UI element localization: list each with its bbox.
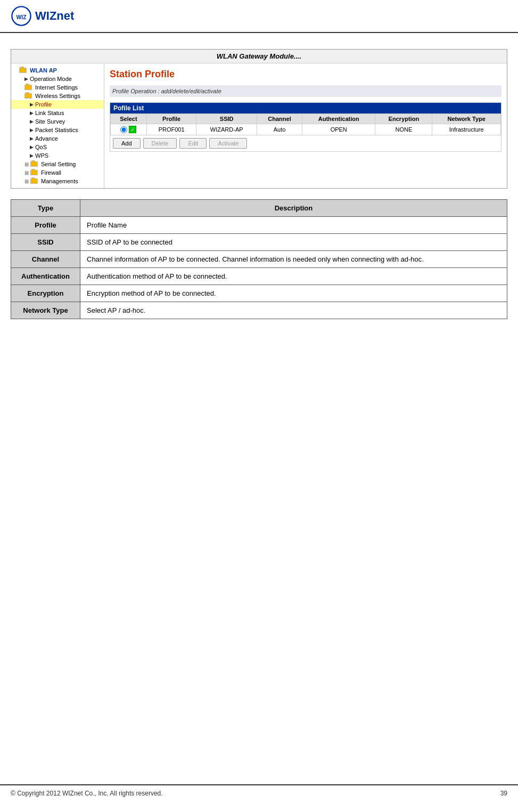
site-survey-arrow-icon: ▶ <box>30 119 34 124</box>
footer: © Copyright 2012 WIZnet Co., Inc. All ri… <box>0 784 518 801</box>
desc-header-description: Description <box>80 200 507 217</box>
browser-title: WLAN Gateway Module.... <box>217 52 302 60</box>
sidebar-item-operation-mode[interactable]: ▶ Operation Mode <box>11 75 104 83</box>
desc-description-cell: Channel information of AP to be connecte… <box>80 251 507 268</box>
wlan-ap-label: WLAN AP <box>30 67 57 74</box>
desc-description-cell: Encryption method of AP to be connected. <box>80 285 507 302</box>
add-button[interactable]: Add <box>113 138 141 149</box>
sidebar-item-serial-setting[interactable]: ⊞ Serial Setting <box>11 160 104 168</box>
col-profile: Profile <box>146 114 196 124</box>
description-table: Type Description ProfileProfile NameSSID… <box>11 199 507 319</box>
desc-type-cell: Authentication <box>11 268 80 285</box>
managements-folder-icon <box>30 178 38 184</box>
wiznet-logo-icon: WIZ <box>11 5 32 27</box>
logo-text: WIZnet <box>35 9 74 23</box>
edit-button[interactable]: Edit <box>179 138 207 149</box>
sidebar-item-internet-settings[interactable]: Internet Settings <box>11 83 104 92</box>
desc-description-cell: Select AP / ad-hoc. <box>80 302 507 319</box>
main-content: WLAN Gateway Module.... WLAN AP ▶ Operat… <box>0 38 518 335</box>
wps-arrow-icon: ▶ <box>30 153 34 158</box>
sidebar-item-qos[interactable]: ▶ QoS <box>11 143 104 151</box>
advance-arrow-icon: ▶ <box>30 136 34 141</box>
activate-button[interactable]: Activate <box>209 138 247 149</box>
browser-title-bar: WLAN Gateway Module.... <box>11 50 507 63</box>
desc-type-cell: Encryption <box>11 285 80 302</box>
packet-statistics-arrow-icon: ▶ <box>30 127 34 133</box>
row-radio[interactable] <box>120 126 127 133</box>
link-status-label: Link Status <box>35 110 64 116</box>
firewall-label: Firewall <box>41 169 61 176</box>
sidebar-item-link-status[interactable]: ▶ Link Status <box>11 109 104 117</box>
desc-description-cell: Profile Name <box>80 217 507 234</box>
sidebar-item-packet-statistics[interactable]: ▶ Packet Statistics <box>11 126 104 134</box>
managements-plus-icon: ⊞ <box>24 178 29 184</box>
browser-window: WLAN Gateway Module.... WLAN AP ▶ Operat… <box>11 49 507 189</box>
cell-encryption: NONE <box>375 124 432 135</box>
wps-label: WPS <box>35 152 48 159</box>
sidebar-item-managements[interactable]: ⊞ Managements <box>11 177 104 185</box>
desc-type-cell: SSID <box>11 234 80 251</box>
sidebar-item-advance[interactable]: ▶ Advance <box>11 134 104 143</box>
cell-ssid: WIZARD-AP <box>196 124 257 135</box>
col-network-type: Network Type <box>432 114 501 124</box>
main-panel: Station Profile Profile Operation : add/… <box>104 63 507 188</box>
desc-table-row: ChannelChannel information of AP to be c… <box>11 251 507 268</box>
desc-table-row: EncryptionEncryption method of AP to be … <box>11 285 507 302</box>
profile-arrow-icon: ▶ <box>30 102 34 107</box>
header: WIZ WIZnet <box>0 0 518 33</box>
desc-header-type: Type <box>11 200 80 217</box>
sidebar-item-wps[interactable]: ▶ WPS <box>11 151 104 160</box>
internet-settings-label: Internet Settings <box>35 84 78 91</box>
qos-label: QoS <box>35 144 47 150</box>
sidebar-item-site-survey[interactable]: ▶ Site Survey <box>11 117 104 126</box>
desc-type-cell: Network Type <box>11 302 80 319</box>
link-status-arrow-icon: ▶ <box>30 110 34 116</box>
wireless-settings-label: Wireless Settings <box>35 93 80 99</box>
firewall-plus-icon: ⊞ <box>24 170 29 176</box>
check-mark-icon: ✓ <box>129 126 136 133</box>
cell-profile: PROF001 <box>146 124 196 135</box>
serial-folder-icon <box>30 161 38 167</box>
svg-text:WIZ: WIZ <box>16 14 27 20</box>
internet-folder-icon <box>24 85 32 90</box>
logo: WIZ WIZnet <box>11 5 74 27</box>
sidebar: WLAN AP ▶ Operation Mode Internet Settin… <box>11 63 104 188</box>
wireless-folder-icon <box>24 93 32 99</box>
desc-table-row: SSIDSSID of AP to be connected <box>11 234 507 251</box>
col-authentication: Authentication <box>302 114 375 124</box>
packet-statistics-label: Packet Statistics <box>35 127 78 133</box>
wlan-ap-folder-icon <box>19 68 27 73</box>
sidebar-item-firewall[interactable]: ⊞ Firewall <box>11 168 104 177</box>
col-ssid: SSID <box>196 114 257 124</box>
profile-list-container: Pofile List Select Profile SSID Channel … <box>110 102 501 152</box>
profile-table: Select Profile SSID Channel Authenticati… <box>110 113 501 135</box>
arrow-icon: ▶ <box>24 76 28 82</box>
profile-operation-note: Profile Operation : add/delete/edit/acti… <box>110 85 501 97</box>
advance-label: Advance <box>35 135 58 142</box>
delete-button[interactable]: Delete <box>143 138 177 149</box>
profile-list-header: Pofile List <box>110 103 501 113</box>
desc-table-row: AuthenticationAuthentication method of A… <box>11 268 507 285</box>
sidebar-item-profile[interactable]: ▶ Profile <box>11 100 104 109</box>
col-select: Select <box>111 114 147 124</box>
firewall-folder-icon <box>30 170 38 175</box>
desc-type-cell: Profile <box>11 217 80 234</box>
desc-table-row: ProfileProfile Name <box>11 217 507 234</box>
buttons-row: Add Delete Edit Activate <box>110 135 501 151</box>
cell-channel: Auto <box>257 124 302 135</box>
sidebar-item-wlan-ap[interactable]: WLAN AP <box>11 66 104 75</box>
qos-arrow-icon: ▶ <box>30 144 34 150</box>
sidebar-item-wireless-settings[interactable]: Wireless Settings <box>11 92 104 100</box>
inner-layout: WLAN AP ▶ Operation Mode Internet Settin… <box>11 63 507 188</box>
copyright-text: © Copyright 2012 WIZnet Co., Inc. All ri… <box>11 790 163 797</box>
table-row: ✓ PROF001 WIZARD-AP Auto OPEN NONE Infra… <box>111 124 501 135</box>
desc-type-cell: Channel <box>11 251 80 268</box>
operation-mode-label: Operation Mode <box>30 76 72 82</box>
desc-description-cell: SSID of AP to be connected <box>80 234 507 251</box>
site-survey-label: Site Survey <box>35 118 65 125</box>
cell-authentication: OPEN <box>302 124 375 135</box>
cell-network-type: Infrastructure <box>432 124 501 135</box>
page-number: 39 <box>500 790 507 797</box>
cell-select[interactable]: ✓ <box>111 124 147 135</box>
profile-label: Profile <box>35 101 52 108</box>
